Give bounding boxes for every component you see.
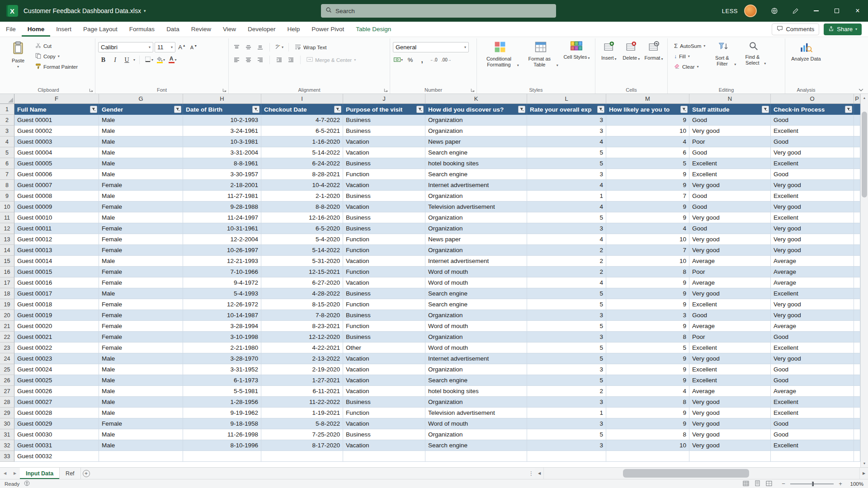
cell-N26[interactable]: Excellent [689, 375, 771, 386]
cell-F27[interactable]: Guest 00026 [14, 386, 99, 397]
cell-J29[interactable]: Function [343, 408, 425, 418]
cell-G22[interactable]: Female [99, 332, 183, 343]
cell-J18[interactable]: Business [343, 288, 425, 299]
cell-K9[interactable]: Organization [425, 191, 527, 202]
cell-M18[interactable]: 9 [606, 288, 689, 299]
cell-M24[interactable]: 9 [606, 353, 689, 364]
cell-L8[interactable]: 4 [527, 180, 606, 191]
cell-G13[interactable]: Female [99, 234, 183, 245]
row-header-33[interactable]: 33 [0, 451, 14, 462]
cell-F3[interactable]: Guest 00002 [14, 126, 99, 136]
row-header-13[interactable]: 13 [0, 234, 14, 245]
cell-M14[interactable]: 7 [606, 245, 689, 256]
cell-I7[interactable]: 8-28-2021 [261, 169, 343, 180]
cell-N32[interactable]: Very good [689, 440, 771, 451]
cell-M28[interactable]: 8 [606, 397, 689, 408]
cell-J5[interactable]: Vacation [343, 147, 425, 158]
cell-I14[interactable]: 5-14-2022 [261, 245, 343, 256]
cell-H23[interactable]: 2-21-1980 [183, 343, 261, 353]
cell-F11[interactable]: Guest 00010 [14, 212, 99, 223]
cell-M17[interactable]: 9 [606, 277, 689, 288]
cell-P12[interactable] [854, 223, 860, 234]
row-header-14[interactable]: 14 [0, 245, 14, 256]
cell-I33[interactable] [261, 451, 343, 462]
cell-M8[interactable]: 9 [606, 180, 689, 191]
cell-L2[interactable]: 3 [527, 115, 606, 126]
cell-G25[interactable]: Male [99, 364, 183, 375]
cell-L26[interactable]: 5 [527, 375, 606, 386]
row-header-3[interactable]: 3 [0, 126, 14, 136]
increase-decimal-button[interactable]: ←.0 [429, 55, 439, 65]
cell-I9[interactable]: 2-1-2020 [261, 191, 343, 202]
cell-F29[interactable]: Guest 00028 [14, 408, 99, 418]
cell-M16[interactable]: 8 [606, 267, 689, 277]
ribbon-tab-developer[interactable]: Developer [242, 22, 282, 37]
row-header-29[interactable]: 29 [0, 408, 14, 418]
cell-L7[interactable]: 3 [527, 169, 606, 180]
row-header-7[interactable]: 7 [0, 169, 14, 180]
cell-H12[interactable]: 10-31-1961 [183, 223, 261, 234]
cell-P20[interactable] [854, 310, 860, 321]
cell-H32[interactable]: 8-10-1996 [183, 440, 261, 451]
cell-M32[interactable]: 10 [606, 440, 689, 451]
cell-L27[interactable]: 2 [527, 386, 606, 397]
row-header-4[interactable]: 4 [0, 136, 14, 147]
table-header-how-likely-are-you-to[interactable]: How likely are you to [606, 104, 689, 115]
clipboard-dialog-launcher[interactable] [89, 88, 93, 92]
cell-H24[interactable]: 3-28-1970 [183, 353, 261, 364]
cell-M12[interactable]: 4 [606, 223, 689, 234]
cell-J14[interactable]: Function [343, 245, 425, 256]
cell-N7[interactable]: Excellent [689, 169, 771, 180]
cell-P2[interactable] [854, 115, 860, 126]
row-header-2[interactable]: 2 [0, 115, 14, 126]
cell-F30[interactable]: Guest 00029 [14, 418, 99, 429]
cell-I30[interactable]: 5-8-2022 [261, 418, 343, 429]
cell-H30[interactable]: 9-18-1958 [183, 418, 261, 429]
cell-H28[interactable]: 1-28-1956 [183, 397, 261, 408]
cell-O18[interactable]: Excellent [771, 288, 854, 299]
cell-F13[interactable]: Guest 00012 [14, 234, 99, 245]
horizontal-scrollbar[interactable] [543, 468, 860, 479]
table-header-check-in-process[interactable]: Check-in Process [771, 104, 854, 115]
cell-K13[interactable]: News paper [425, 234, 527, 245]
cell-G24[interactable]: Male [99, 353, 183, 364]
cell-G23[interactable]: Female [99, 343, 183, 353]
cell-H20[interactable]: 10-14-1987 [183, 310, 261, 321]
cell-K6[interactable]: hotel booking sites [425, 158, 527, 169]
cell-J11[interactable]: Business [343, 212, 425, 223]
cell-O6[interactable]: Excellent [771, 158, 854, 169]
cell-P16[interactable] [854, 267, 860, 277]
cell-H25[interactable]: 3-31-1952 [183, 364, 261, 375]
cell-I29[interactable]: 1-19-2021 [261, 408, 343, 418]
cell-O28[interactable]: Excellent [771, 397, 854, 408]
cell-O14[interactable]: Very good [771, 245, 854, 256]
scroll-up-arrow[interactable]: ▲ [861, 94, 868, 102]
cell-L6[interactable]: 5 [527, 158, 606, 169]
cell-N2[interactable]: Good [689, 115, 771, 126]
cell-H9[interactable]: 11-27-1981 [183, 191, 261, 202]
cell-M9[interactable]: 7 [606, 191, 689, 202]
ribbon-tab-review[interactable]: Review [185, 22, 217, 37]
cell-P22[interactable] [854, 332, 860, 343]
cell-J8[interactable]: Vacation [343, 180, 425, 191]
cell-O31[interactable]: Good [771, 429, 854, 440]
row-header-17[interactable]: 17 [0, 277, 14, 288]
cell-O19[interactable]: Very good [771, 299, 854, 310]
cell-P7[interactable] [854, 169, 860, 180]
zoom-slider[interactable] [790, 483, 834, 484]
cell-I5[interactable]: 5-14-2022 [261, 147, 343, 158]
cell-N12[interactable]: Good [689, 223, 771, 234]
cell-O16[interactable]: Average [771, 267, 854, 277]
cell-O5[interactable]: Very good [771, 147, 854, 158]
cell-F19[interactable]: Guest 00018 [14, 299, 99, 310]
align-left-button[interactable] [231, 55, 242, 65]
paste-button[interactable]: Paste ▾ [5, 39, 32, 85]
globe-icon[interactable] [764, 0, 785, 22]
cell-K14[interactable]: Organization [425, 245, 527, 256]
ribbon-tab-formulas[interactable]: Formulas [123, 22, 160, 37]
cell-I31[interactable]: 7-25-2020 [261, 429, 343, 440]
decrease-decimal-button[interactable]: .00→ [440, 55, 452, 65]
cell-P25[interactable] [854, 364, 860, 375]
cell-N22[interactable]: Poor [689, 332, 771, 343]
filter-dropdown-button[interactable] [90, 106, 97, 113]
